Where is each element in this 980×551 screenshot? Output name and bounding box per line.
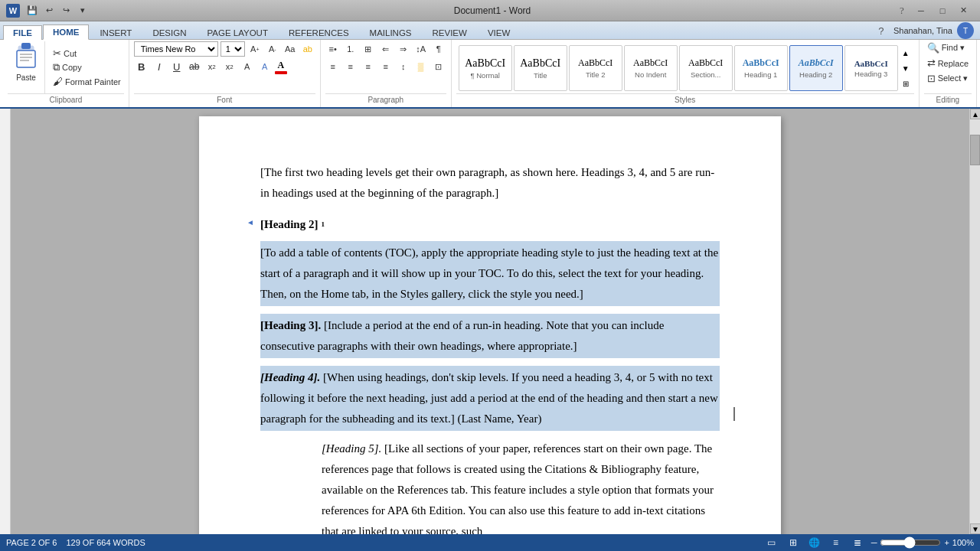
align-center-button[interactable]: ≡ <box>343 59 358 74</box>
text-highlight-button[interactable]: ab <box>300 41 315 57</box>
scroll-thumb[interactable] <box>970 135 980 165</box>
font-row-1: Times New Ro 12 A+ A- Aa ab <box>134 41 315 57</box>
multilevel-list-button[interactable]: ⊞ <box>361 41 376 57</box>
change-case-button[interactable]: Aa <box>283 41 298 57</box>
zoom-increase-button[interactable]: + <box>944 538 949 547</box>
subscript-button[interactable]: x2 <box>204 59 220 74</box>
zoom-slider[interactable] <box>880 539 941 546</box>
borders-button[interactable]: ⊡ <box>431 59 446 74</box>
shading-button[interactable]: ▒ <box>413 59 429 74</box>
style-title2[interactable]: AaBbCcI Title 2 <box>569 45 622 91</box>
bold-button[interactable]: B <box>134 59 149 74</box>
help-button[interactable]: ? <box>894 3 910 18</box>
clear-formatting-button[interactable]: A <box>240 59 255 74</box>
justify-button[interactable]: ≡ <box>378 59 394 74</box>
tab-page-layout[interactable]: PAGE LAYOUT <box>197 25 277 40</box>
zoom-decrease-button[interactable]: ─ <box>871 538 877 547</box>
undo-button[interactable]: ↩ <box>41 3 57 18</box>
superscript-button[interactable]: x2 <box>222 59 237 74</box>
align-right-button[interactable]: ≡ <box>361 59 376 74</box>
text-effects-button[interactable]: A <box>257 59 273 74</box>
select-button[interactable]: ⊡ Select ▾ <box>924 72 972 85</box>
paste-button[interactable]: Paste <box>8 41 45 93</box>
tab-home[interactable]: HOME <box>43 24 90 40</box>
expand-styles-icon[interactable]: ⊞ <box>903 80 909 88</box>
increase-indent-button[interactable]: ⇒ <box>396 41 411 57</box>
save-button[interactable]: 💾 <box>24 3 40 18</box>
scroll-up-icon[interactable]: ▲ <box>902 49 910 57</box>
strikethrough-button[interactable]: ab <box>187 59 202 74</box>
tab-references[interactable]: REFERENCES <box>279 25 359 40</box>
copy-button[interactable]: ⧉ Copy <box>50 60 124 74</box>
minimize-button[interactable]: ─ <box>911 3 931 18</box>
style-heading3[interactable]: AaBbCcI Heading 3 <box>844 45 898 91</box>
toc-paragraph-selected: [To add a table of contents (TOC), apply… <box>260 241 720 306</box>
font-size-selector[interactable]: 12 <box>220 41 245 57</box>
style-section[interactable]: AaBbCcI Section... <box>679 45 733 91</box>
close-button[interactable]: ✕ <box>954 3 974 18</box>
style-heading2[interactable]: AaBbCcI Heading 2 <box>789 45 843 91</box>
italic-button[interactable]: I <box>152 59 167 74</box>
font-group: Times New Ro 12 A+ A- Aa ab B I U ab x2 … <box>129 40 321 107</box>
format-painter-button[interactable]: 🖌 Format Painter <box>50 75 124 88</box>
find-icon: 🔍 <box>927 42 939 54</box>
cut-label: Cut <box>64 49 77 58</box>
replace-button[interactable]: ⇄ Replace <box>924 57 972 70</box>
document-page[interactable]: [The first two heading levels get their … <box>199 116 781 534</box>
format-painter-label: Format Painter <box>65 77 121 86</box>
font-size-up-button[interactable]: A+ <box>247 41 263 57</box>
align-left-button[interactable]: ≡ <box>325 59 341 74</box>
ribbon-help-button[interactable]: ? <box>874 23 889 38</box>
style-heading3-label: Heading 3 <box>854 70 887 78</box>
style-title2-label: Title 2 <box>586 70 606 79</box>
style-heading2-sample: AaBbCcI <box>799 57 834 69</box>
collapse-arrow[interactable]: ◄ <box>247 216 254 230</box>
style-no-indent[interactable]: AaBbCcI No Indent <box>624 45 678 91</box>
redo-button[interactable]: ↪ <box>58 3 74 18</box>
document-title: Document1 - Word <box>454 5 531 16</box>
underline-button[interactable]: U <box>169 59 185 74</box>
heading2-text: [Heading 2] <box>260 214 318 235</box>
cut-button[interactable]: ✂ Cut <box>50 47 124 60</box>
styles-scroll[interactable]: ▲ ▼ ⊞ <box>900 45 912 91</box>
tab-insert[interactable]: INSERT <box>90 25 142 40</box>
scroll-down-icon[interactable]: ▼ <box>902 64 910 73</box>
ribbon-content: Paste ✂ Cut ⧉ Copy 🖌 Format Painter Clip… <box>0 40 980 109</box>
customize-button[interactable]: ▾ <box>75 3 90 18</box>
font-family-selector[interactable]: Times New Ro <box>134 41 218 57</box>
tab-design[interactable]: DESIGN <box>142 25 196 40</box>
heading3-block-selected: [Heading 3]. [Include a period at the en… <box>260 314 720 358</box>
scrollbar-right: ▲ ▼ <box>969 109 980 534</box>
sort-button[interactable]: ↕A <box>413 41 429 57</box>
scroll-down-button[interactable]: ▼ <box>970 523 980 534</box>
tab-view[interactable]: VIEW <box>478 25 520 40</box>
font-color-button[interactable]: A <box>275 60 287 74</box>
heading5-para: [Heading 5]. [Like all sections of your … <box>322 439 720 534</box>
web-layout-button[interactable]: 🌐 <box>807 535 822 550</box>
heading3-label: [Heading 3]. <box>260 319 321 331</box>
full-reading-button[interactable]: ⊞ <box>786 535 801 550</box>
line-spacing-button[interactable]: ↕ <box>396 59 411 74</box>
tab-file[interactable]: FILE <box>3 25 42 40</box>
scroll-up-button[interactable]: ▲ <box>970 109 980 119</box>
bullets-button[interactable]: ≡• <box>325 41 341 57</box>
style-normal[interactable]: AaBbCcI ¶ Normal <box>459 45 512 91</box>
tab-mailings[interactable]: MAILINGS <box>360 25 422 40</box>
numbered-list-button[interactable]: 1. <box>343 41 358 57</box>
ribbon-tabs: FILE HOME INSERT DESIGN PAGE LAYOUT REFE… <box>0 21 980 40</box>
font-size-down-button[interactable]: A- <box>265 41 280 57</box>
restore-button[interactable]: □ <box>933 3 952 18</box>
editing-group: 🔍 Find ▾ ⇄ Replace ⊡ Select ▾ Editing <box>920 40 977 107</box>
print-layout-button[interactable]: ▭ <box>764 535 779 550</box>
style-heading1[interactable]: AaBbCcI Heading 1 <box>734 45 788 91</box>
tab-review[interactable]: REVIEW <box>423 25 477 40</box>
zoom-percent: 100% <box>952 538 974 547</box>
outline-view-button[interactable]: ≡ <box>828 535 844 550</box>
heading3-body: [Include a period at the end of a run-in… <box>260 319 664 352</box>
decrease-indent-button[interactable]: ⇐ <box>378 41 394 57</box>
style-title[interactable]: AaBbCcI Title <box>514 45 567 91</box>
show-paragraph-button[interactable]: ¶ <box>431 41 446 57</box>
find-button[interactable]: 🔍 Find ▾ <box>924 41 968 54</box>
heading3-para: [Heading 3]. [Include a period at the en… <box>260 315 720 357</box>
draft-view-button[interactable]: ≣ <box>850 535 865 550</box>
